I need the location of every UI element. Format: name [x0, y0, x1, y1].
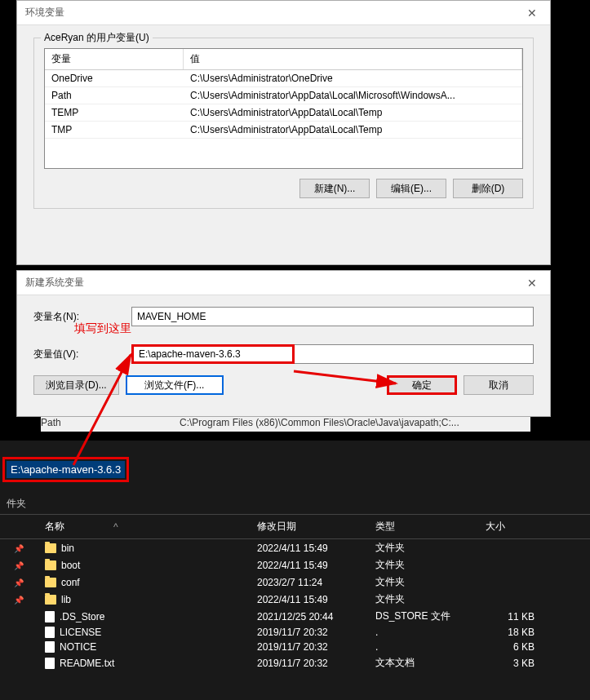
file-name: NOTICE [60, 641, 96, 653]
col-pin [0, 520, 37, 534]
explorer-column-headers: 名称 ^ 修改日期 类型 大小 [0, 514, 590, 539]
table-row[interactable]: TMPC:\Users\Administrator\AppData\Local\… [45, 122, 522, 139]
list-item[interactable]: README.txt 2019/11/7 20:32 文本文档 3 KB [0, 654, 590, 671]
folder-icon [45, 560, 56, 570]
col-header-size[interactable]: 大小 [477, 520, 543, 534]
var-name-cell: OneDrive [45, 70, 184, 86]
edit-button[interactable]: 编辑(E)... [376, 179, 446, 198]
table-header: 变量 值 [45, 49, 522, 70]
file-icon [45, 641, 55, 653]
list-item[interactable]: .DS_Store 2021/12/25 20:44 DS_STORE 文件 1… [0, 608, 590, 625]
dialog-title: 环境变量 [25, 6, 64, 20]
user-var-buttons: 新建(N)... 编辑(E)... 删除(D) [44, 179, 523, 198]
user-variables-table[interactable]: 变量 值 OneDriveC:\Users\Administrator\OneD… [44, 48, 523, 169]
folder-icon [45, 543, 56, 553]
list-item[interactable]: 📌 bin 2022/4/11 15:49 文件夹 [0, 539, 590, 556]
annotation-text: 填写到这里 [74, 321, 131, 336]
var-value-cell: C:\Users\Administrator\OneDrive [184, 70, 522, 86]
delete-button[interactable]: 删除(D) [453, 179, 523, 198]
file-name: boot [61, 560, 80, 571]
file-type: 文本文档 [367, 656, 477, 670]
table-row[interactable]: TEMPC:\Users\Administrator\AppData\Local… [45, 104, 522, 122]
folder-icon [45, 578, 56, 587]
folder-icon [45, 595, 56, 605]
file-date: 2022/4/11 15:49 [249, 594, 367, 605]
cancel-button[interactable]: 取消 [464, 375, 534, 395]
file-size: 18 KB [477, 627, 543, 638]
env-variables-dialog: 环境变量 ✕ AceRyan 的用户变量(U) 变量 值 OneDriveC:\… [16, 0, 551, 265]
var-value-row: 变量值(V): [33, 344, 534, 364]
file-type: 文件夹 [367, 592, 477, 606]
file-name: lib [61, 594, 71, 605]
file-date: 2019/11/7 20:32 [249, 641, 367, 653]
file-size: 11 KB [477, 611, 543, 622]
pin-icon[interactable]: 📌 [14, 544, 24, 553]
list-item[interactable]: 📌 lib 2022/4/11 15:49 文件夹 [0, 591, 590, 608]
list-item[interactable]: 📌 boot 2022/4/11 15:49 文件夹 [0, 556, 590, 574]
var-name-input[interactable] [131, 307, 534, 326]
dialog-button-row: 浏览目录(D)... 浏览文件(F)... 确定 取消 [33, 375, 534, 395]
col-header-type[interactable]: 类型 [367, 520, 477, 534]
file-name: bin [61, 543, 74, 554]
list-item[interactable]: LICENSE 2019/11/7 20:32 . 18 KB [0, 625, 590, 640]
browse-file-button[interactable]: 浏览文件(F)... [126, 375, 224, 395]
col-header-name[interactable]: 变量 [45, 49, 184, 69]
close-icon[interactable]: ✕ [513, 271, 550, 295]
sort-arrow-icon: ^ [113, 521, 118, 533]
path-highlight: E:\apache-maven-3.6.3 [2, 457, 129, 482]
group-label: AceRyan 的用户变量(U) [41, 31, 153, 45]
var-value-label: 变量值(V): [33, 348, 131, 361]
pin-icon[interactable]: 📌 [14, 578, 24, 587]
col-header-value[interactable]: 值 [184, 49, 522, 69]
file-date: 2021/12/25 20:44 [249, 611, 367, 622]
var-value-input[interactable] [131, 344, 295, 364]
file-name: .DS_Store [60, 611, 104, 622]
var-name-cell: TMP [45, 122, 184, 138]
file-size: 6 KB [477, 641, 543, 653]
truncated-name: Path [41, 417, 180, 432]
file-size: 3 KB [477, 658, 543, 669]
user-variables-group: AceRyan 的用户变量(U) 变量 值 OneDriveC:\Users\A… [33, 38, 534, 209]
truncated-value: C:\Program Files (x86)\Common Files\Orac… [180, 417, 530, 432]
var-value-cell: C:\Users\Administrator\AppData\Local\Tem… [184, 122, 522, 138]
file-type: 文件夹 [367, 541, 477, 555]
section-label: 件夹 [0, 490, 590, 514]
table-row[interactable]: PathC:\Users\Administrator\AppData\Local… [45, 87, 522, 104]
file-type: DS_STORE 文件 [367, 609, 477, 623]
var-value-cell: C:\Users\Administrator\AppData\Local\Tem… [184, 104, 522, 121]
new-button[interactable]: 新建(N)... [299, 179, 370, 198]
file-list: 📌 bin 2022/4/11 15:49 文件夹 📌 boot 2022/4/… [0, 539, 590, 671]
ok-button[interactable]: 确定 [387, 375, 457, 395]
file-name: README.txt [60, 658, 114, 669]
dialog-title: 新建系统变量 [25, 276, 84, 290]
list-item[interactable]: NOTICE 2019/11/7 20:32 . 6 KB [0, 640, 590, 654]
file-name: conf [61, 577, 80, 588]
pin-icon[interactable]: 📌 [14, 561, 24, 570]
file-type: . [367, 641, 477, 653]
truncated-system-var-row: Path C:\Program Files (x86)\Common Files… [41, 417, 530, 432]
file-type: . [367, 627, 477, 638]
path-bar-container: E:\apache-maven-3.6.3 [0, 441, 590, 490]
close-icon[interactable]: ✕ [513, 1, 550, 25]
col-header-date[interactable]: 修改日期 [249, 520, 367, 534]
browse-dir-button[interactable]: 浏览目录(D)... [33, 375, 119, 395]
var-name-cell: TEMP [45, 104, 184, 121]
var-name-cell: Path [45, 87, 184, 104]
dialog-titlebar: 环境变量 ✕ [17, 1, 550, 25]
var-value-cell: C:\Users\Administrator\AppData\Local\Mic… [184, 87, 522, 104]
table-row[interactable]: OneDriveC:\Users\Administrator\OneDrive [45, 70, 522, 87]
file-type: 文件夹 [367, 558, 477, 572]
file-date: 2022/4/11 15:49 [249, 560, 367, 571]
file-icon [45, 658, 55, 669]
col-header-name[interactable]: 名称 ^ [37, 520, 249, 534]
file-date: 2019/11/7 20:32 [249, 627, 367, 638]
list-item[interactable]: 📌 conf 2023/2/7 11:24 文件夹 [0, 574, 590, 591]
address-bar[interactable]: E:\apache-maven-3.6.3 [7, 461, 125, 478]
new-system-variable-dialog: 新建系统变量 ✕ 变量名(N): 填写到这里 变量值(V): 浏览目录(D)..… [16, 270, 551, 417]
pin-icon[interactable]: 📌 [14, 596, 24, 605]
file-explorer: E:\apache-maven-3.6.3 件夹 名称 ^ 修改日期 类型 大小… [0, 441, 590, 700]
dialog-titlebar: 新建系统变量 ✕ [17, 271, 550, 295]
file-name: LICENSE [60, 627, 101, 638]
file-type: 文件夹 [367, 575, 477, 589]
file-icon [45, 611, 55, 622]
